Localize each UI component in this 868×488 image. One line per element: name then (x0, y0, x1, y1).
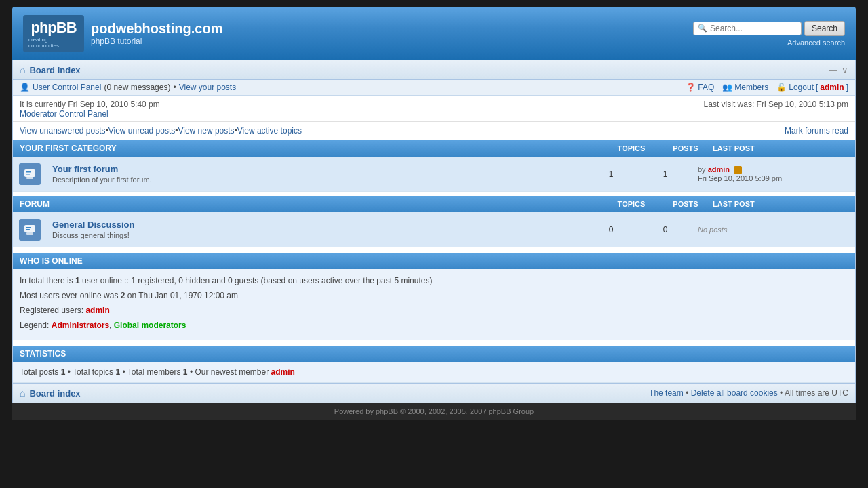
site-name: podwebhosting.com (91, 21, 222, 37)
footer-home-icon: ⌂ (20, 388, 25, 399)
user-control-panel-link[interactable]: User Control Panel (33, 83, 101, 92)
svg-rect-3 (26, 174, 30, 175)
legend-label: Legend: (20, 321, 49, 330)
breadcrumb-board-index[interactable]: Board index (29, 65, 80, 75)
view-new-posts-link[interactable]: View new posts (178, 126, 234, 136)
forum-row: Your first forum Description of your fir… (13, 157, 855, 192)
site-tagline: phpBB tutorial (91, 37, 222, 46)
logo-sub: creating communities (28, 37, 79, 49)
svg-rect-1 (26, 177, 33, 179)
view-newest-icon[interactable] (734, 166, 742, 174)
logout-icon: 🔓 (776, 83, 787, 92)
svg-rect-6 (26, 227, 31, 228)
logo-text: phpBB (31, 19, 76, 37)
statistics-content: Total posts 1 • Total topics 1 • Total m… (13, 362, 855, 383)
view-active-topics-link[interactable]: View active topics (237, 126, 302, 136)
members-icon: 👥 (722, 83, 732, 92)
forum-icon-1 (19, 163, 41, 185)
footer-board-index-link[interactable]: Board index (29, 388, 80, 399)
total-posts-label: Total posts (20, 367, 58, 377)
general-discussion-row: General Discussion Discuss general thing… (13, 212, 855, 247)
search-section: 🔍 Search Advanced search (693, 21, 845, 47)
search-button[interactable]: Search (804, 21, 845, 36)
delete-cookies-link[interactable]: Delete all board cookies (691, 388, 778, 398)
separator-1: • (173, 83, 176, 92)
col-posts-header-2: POSTS (658, 200, 713, 208)
breadcrumb-bar: ⌂ Board index — ∨ (13, 60, 855, 80)
col-lastpost-header-2: LAST POST (713, 200, 848, 208)
registered-label: Registered users: (20, 306, 83, 315)
svg-rect-4 (24, 225, 35, 232)
total-topics: 1 (115, 367, 120, 377)
faq-icon: ❓ (686, 83, 696, 92)
administrators-link[interactable]: Administrators (52, 321, 109, 330)
svg-rect-2 (26, 171, 31, 173)
general-discussion-lastpost: No posts (692, 223, 855, 237)
first-forum-lastpost-time: Fri Sep 10, 2010 5:09 pm (698, 174, 782, 182)
footer-links: The team • Delete all board cookies • Al… (649, 388, 848, 398)
first-category-title: YOUR FIRST CATEGORY (20, 144, 117, 153)
info-bar: It is currently Fri Sep 10, 2010 5:40 pm… (13, 96, 855, 122)
faq-link[interactable]: ❓ FAQ (686, 83, 714, 92)
first-category-header: YOUR FIRST CATEGORY TOPICS POSTS LAST PO… (13, 140, 855, 157)
svg-rect-7 (26, 229, 30, 230)
first-forum-desc: Description of your first forum. (52, 176, 578, 184)
no-posts-label: No posts (698, 226, 727, 234)
last-visit: Last visit was: Fri Sep 10, 2010 5:13 pm (704, 100, 848, 109)
current-time: It is currently Fri Sep 10, 2010 5:40 pm (20, 100, 160, 109)
general-discussion-topics: 0 (584, 225, 638, 235)
who-is-online-header: WHO IS ONLINE (13, 253, 855, 269)
user-icon: 👤 (20, 83, 30, 92)
view-unread-link[interactable]: View unread posts (108, 126, 176, 136)
newest-member-link[interactable]: admin (271, 367, 294, 377)
search-input[interactable] (710, 24, 791, 33)
copyright-bar: Powered by phpBB © 2000, 2002, 2005, 200… (12, 403, 856, 420)
total-posts: 1 (61, 367, 66, 377)
col-topics-header-2: TOPICS (604, 200, 658, 208)
action-links-bar: View unanswered posts • View unread post… (13, 122, 855, 140)
first-forum-lastpost-user[interactable]: admin (708, 165, 730, 174)
newest-member-label: Our newest member (195, 367, 269, 377)
total-topics-label: Total topics (73, 367, 113, 377)
the-team-link[interactable]: The team (649, 388, 684, 398)
col-lastpost-header-1: LAST POST (713, 144, 848, 152)
home-icon: ⌂ (20, 64, 25, 75)
global-moderators-link[interactable]: Global moderators (114, 321, 186, 330)
online-count: 1 (75, 276, 80, 285)
search-icon: 🔍 (698, 24, 707, 33)
footer-bar: ⌂ Board index The team • Delete all boar… (13, 383, 855, 403)
svg-rect-0 (24, 169, 35, 177)
col-topics-header-1: TOPICS (604, 144, 658, 152)
moderator-control-panel-link[interactable]: Moderator Control Panel (20, 109, 108, 119)
first-forum-name[interactable]: Your first forum (52, 164, 118, 174)
breadcrumb-icon-btn-2[interactable]: ∨ (842, 65, 848, 75)
timezone-text: All times are UTC (785, 388, 848, 398)
registered-user-link[interactable]: admin (85, 306, 109, 315)
members-link[interactable]: 👥 Members (722, 83, 768, 92)
search-input-wrapper: 🔍 (693, 22, 802, 35)
view-posts-link[interactable]: View your posts (179, 83, 237, 92)
total-members-label: Total members (127, 367, 181, 377)
general-discussion-name[interactable]: General Discussion (52, 220, 134, 230)
forum-icon-2 (19, 219, 41, 241)
forum-section-header: FORUM TOPICS POSTS LAST POST (13, 196, 855, 212)
new-messages-count: (0 new messages) (104, 83, 170, 92)
max-users: 2 (121, 291, 125, 300)
col-posts-header-1: POSTS (658, 144, 713, 152)
first-forum-posts: 1 (638, 169, 692, 179)
svg-rect-5 (26, 232, 33, 235)
first-forum-topics: 1 (584, 169, 638, 179)
general-discussion-posts: 0 (638, 225, 692, 235)
copyright-text: Powered by phpBB © 2000, 2002, 2005, 200… (334, 407, 534, 415)
mark-forums-read-link[interactable]: Mark forums read (785, 126, 848, 136)
forum-section-title: FORUM (20, 199, 50, 209)
advanced-search-link[interactable]: Advanced search (787, 39, 845, 47)
logout-link[interactable]: 🔓 Logout [ admin ] (776, 83, 848, 92)
statistics-header: STATISTICS (13, 346, 855, 362)
breadcrumb-icon-btn-1[interactable]: — (829, 65, 837, 75)
first-forum-lastpost: by admin Fri Sep 10, 2010 5:09 pm (692, 163, 855, 185)
total-members: 1 (183, 367, 188, 377)
view-unanswered-link[interactable]: View unanswered posts (20, 126, 106, 136)
general-discussion-desc: Discuss general things! (52, 231, 578, 239)
phpbb-logo: phpBB creating communities (23, 15, 84, 52)
